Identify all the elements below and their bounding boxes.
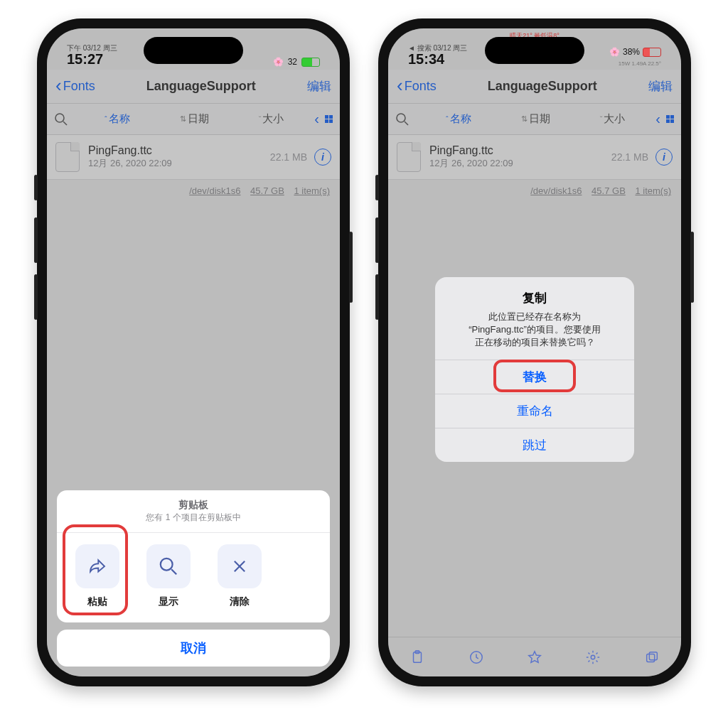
status-charge-info: 15W 1.49A 22.5°	[619, 61, 661, 67]
status-widget-icon: 🌸	[609, 48, 620, 57]
svg-rect-12	[646, 654, 654, 662]
battery-icon	[643, 48, 661, 57]
show-label: 显示	[159, 595, 178, 608]
gear-icon[interactable]	[585, 649, 601, 665]
paste-label: 粘贴	[87, 595, 107, 608]
alert-message: 此位置已经存在名称为 “PingFang.ttc”的项目。您要使用 正在移动的项…	[446, 311, 623, 350]
cancel-button[interactable]: 取消	[57, 630, 330, 667]
paste-action[interactable]: 粘贴	[70, 544, 125, 608]
dynamic-island	[485, 37, 584, 64]
star-icon[interactable]	[527, 649, 542, 665]
sheet-subtitle: 您有 1 个项目在剪贴板中	[63, 512, 324, 524]
clipboard-icon[interactable]	[410, 649, 425, 665]
battery-percent: 32	[288, 57, 297, 67]
svg-line-3	[171, 569, 176, 574]
svg-point-11	[592, 655, 596, 659]
status-time: 15:27	[67, 52, 117, 67]
dynamic-island	[144, 37, 243, 64]
svg-rect-13	[649, 652, 657, 659]
share-arrow-icon	[75, 544, 119, 588]
alert-rename-button[interactable]: 重命名	[435, 394, 634, 428]
clear-action[interactable]: 清除	[212, 544, 267, 608]
clear-label: 清除	[230, 595, 250, 608]
alert-skip-button[interactable]: 跳过	[435, 428, 634, 462]
alert-dialog: 复制 此位置已经存在名称为 “PingFang.ttc”的项目。您要使用 正在移…	[435, 277, 634, 462]
phone-right: 晴天21° 最低温8° ◄ 搜索 03/12 周三 15:34 🌸 38% 15…	[378, 18, 691, 686]
svg-point-2	[161, 559, 173, 571]
phone-left: 下午 03/12 周三 15:27 🌸 32 ‹ Fonts LanguageS…	[37, 18, 350, 686]
alert-title: 复制	[446, 290, 623, 306]
alert-replace-button[interactable]: 替换	[435, 360, 634, 394]
magnify-icon	[146, 544, 191, 588]
battery-icon	[301, 58, 320, 67]
status-widget-icon: 🌸	[273, 57, 284, 67]
windows-icon[interactable]	[644, 649, 660, 665]
x-icon	[218, 544, 262, 588]
action-sheet: 剪贴板 您有 1 个项目在剪贴板中 粘贴	[57, 490, 330, 667]
battery-percent: 38%	[623, 48, 640, 57]
status-time: 15:34	[408, 52, 467, 67]
bottom-toolbar	[388, 637, 681, 676]
clock-icon[interactable]	[469, 649, 484, 665]
show-action[interactable]: 显示	[141, 544, 196, 608]
sheet-title: 剪贴板	[63, 499, 324, 512]
